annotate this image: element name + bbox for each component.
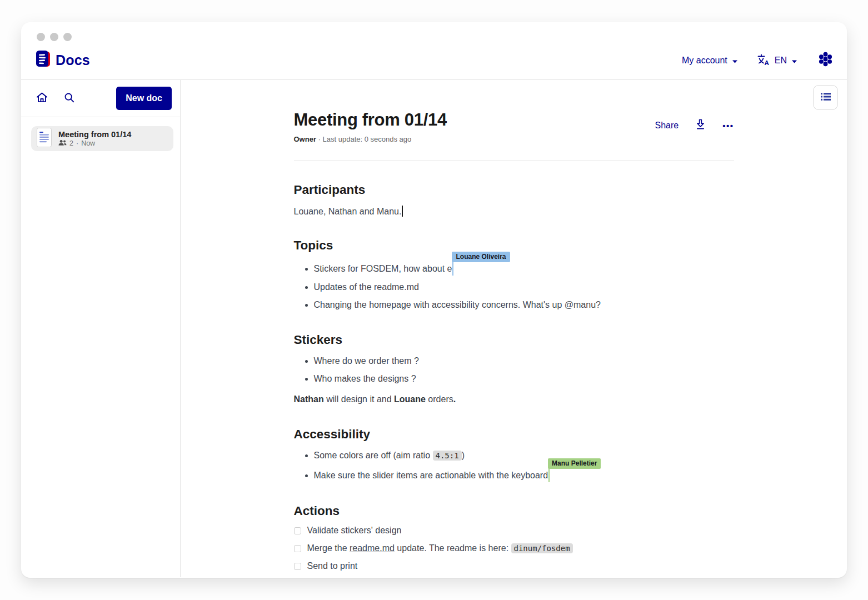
apps-waffle-button[interactable] — [816, 50, 835, 71]
sidebar-toolbar: New doc — [21, 80, 180, 117]
collab-cursor-manu: Manu Pelletier — [548, 467, 550, 482]
checkbox[interactable] — [294, 545, 301, 552]
document-icon — [37, 128, 52, 149]
doc-item-user-count: 2 — [69, 139, 73, 147]
more-options-button[interactable]: ••• — [722, 121, 734, 131]
topics-bullet-2: Updates of the readme.md — [314, 281, 734, 293]
checklist-item: Merge the readme.md update. The readme i… — [294, 543, 734, 554]
section-participants: Participants Louane, Nathan and Manu. — [294, 183, 734, 217]
checklist-item-label: Validate stickers' design — [307, 525, 402, 536]
my-account-menu[interactable]: My account — [682, 55, 738, 66]
docs-logo-icon — [36, 51, 51, 70]
checklist-item-label: Merge the readme.md update. The readme i… — [307, 543, 573, 554]
search-button[interactable] — [63, 92, 75, 105]
stickers-bullet-2: Who makes the designs ? — [314, 373, 734, 385]
checklist-item-label: Send to print — [307, 561, 358, 572]
home-button[interactable] — [36, 91, 48, 106]
svg-text:A: A — [764, 59, 769, 66]
doc-actions: Share ••• — [655, 119, 734, 132]
doc-item-meta: 2 · Now — [58, 139, 131, 148]
participants-heading: Participants — [294, 183, 734, 197]
doc-list-item[interactable]: Meeting from 01/14 2 — [31, 126, 173, 151]
window-control-dot[interactable] — [50, 33, 58, 41]
search-icon — [63, 92, 75, 105]
app-logo[interactable]: Docs — [36, 51, 90, 70]
download-button[interactable] — [695, 119, 706, 132]
new-doc-button[interactable]: New doc — [116, 87, 172, 110]
language-label: EN — [775, 56, 787, 66]
participants-text: Louane, Nathan and Manu. — [294, 206, 734, 217]
section-stickers: Stickers Where do we order them ? Who ma… — [294, 333, 734, 406]
top-bar: Docs My account — [21, 41, 847, 80]
chevron-down-icon — [791, 56, 797, 66]
share-button[interactable]: Share — [655, 121, 679, 131]
apps-grid-icon — [816, 50, 835, 71]
topics-bullet-3: Changing the homepage with accessibility… — [314, 299, 734, 311]
list-icon — [820, 91, 832, 104]
actions-heading: Actions — [294, 504, 734, 518]
section-actions: Actions Validate stickers' design Merge … — [294, 504, 734, 572]
doc-editor[interactable]: Participants Louane, Nathan and Manu. To… — [294, 183, 734, 577]
doc-title[interactable]: Meeting from 01/14 — [294, 110, 447, 130]
topics-bullet-1: Stickers for FOSDEM, how about eLouane O… — [314, 261, 734, 276]
doc-item-time: Now — [81, 139, 95, 147]
owner-badge: Owner — [294, 135, 316, 143]
download-icon — [695, 119, 706, 132]
doc-meta: Owner · Last update: 0 seconds ago — [294, 135, 447, 143]
accessibility-bullet-1: Some colors are off (aim ratio 4.5:1) — [314, 449, 734, 462]
sidebar: New doc Meeting — [21, 80, 181, 577]
language-selector[interactable]: A EN — [757, 53, 797, 68]
checkbox[interactable] — [294, 527, 301, 534]
translate-icon: A — [757, 53, 770, 68]
checklist-item: Validate stickers' design — [294, 525, 734, 536]
collab-cursor-louane: Louane Oliveira — [452, 261, 453, 276]
app-window: Docs My account — [21, 22, 847, 578]
text-cursor — [402, 206, 403, 217]
collab-cursor-label: Louane Oliveira — [452, 252, 510, 262]
doc-divider — [294, 161, 734, 161]
doc-item-separator: · — [76, 139, 78, 147]
accessibility-heading: Accessibility — [294, 427, 734, 442]
my-account-label: My account — [682, 56, 727, 66]
home-icon — [36, 91, 48, 106]
section-accessibility: Accessibility Some colors are off (aim r… — [294, 427, 734, 482]
stickers-heading: Stickers — [294, 333, 734, 347]
accessibility-bullet-2: Make sure the slider items are actionabl… — [314, 467, 734, 482]
window-control-dot[interactable] — [63, 33, 72, 41]
readme-link[interactable]: readme.md — [350, 543, 395, 553]
section-topics: Topics Stickers for FOSDEM, how about eL… — [294, 238, 734, 311]
topics-heading: Topics — [294, 238, 734, 253]
main-panel: Meeting from 01/14 Owner · Last update: … — [181, 80, 847, 577]
checklist-item: Send to print — [294, 561, 734, 572]
stickers-bullet-1: Where do we order them ? — [314, 355, 734, 367]
stickers-note: Nathan will design it and Louane orders. — [294, 393, 734, 406]
checkbox[interactable] — [294, 563, 301, 570]
inline-code: 4.5:1 — [433, 451, 462, 461]
chevron-down-icon — [732, 56, 738, 66]
doc-header: Meeting from 01/14 Owner · Last update: … — [294, 110, 734, 143]
collab-cursor-label: Manu Pelletier — [548, 458, 601, 469]
app-title: Docs — [56, 52, 90, 68]
doc-item-title: Meeting from 01/14 — [58, 130, 131, 139]
last-update-text: · Last update: 0 seconds ago — [318, 135, 412, 143]
window-titlebar — [21, 22, 847, 41]
table-of-contents-button[interactable] — [813, 85, 838, 110]
users-icon — [58, 139, 67, 148]
window-control-dot[interactable] — [37, 33, 45, 41]
doc-list: Meeting from 01/14 2 — [21, 117, 180, 151]
inline-code: dinum/fosdem — [511, 543, 573, 553]
